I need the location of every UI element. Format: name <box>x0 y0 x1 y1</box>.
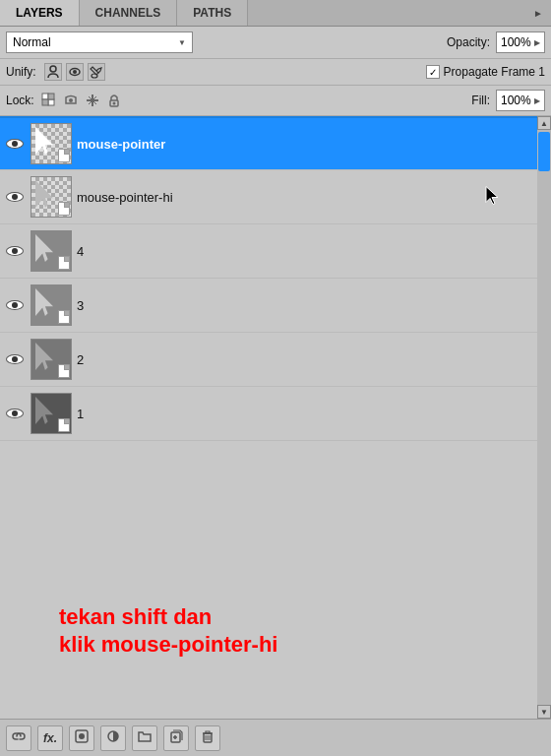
blend-mode-arrow: ▼ <box>178 38 186 47</box>
propagate-checkmark: ✓ <box>429 67 437 78</box>
layer-visibility-toggle[interactable] <box>4 186 26 208</box>
layer-name: mouse-pointer-hi <box>77 190 547 205</box>
page-link-icon <box>58 256 70 270</box>
layer-thumbnail <box>31 123 72 164</box>
add-mask-button[interactable] <box>69 725 94 751</box>
svg-rect-5 <box>48 99 54 105</box>
layer-item[interactable]: 3 <box>0 279 551 333</box>
tab-channels[interactable]: CHANNELS <box>80 0 178 26</box>
svg-rect-6 <box>42 99 48 105</box>
eye-icon <box>6 246 24 256</box>
panel-menu-arrow[interactable]: ► <box>525 0 551 26</box>
eye-icon <box>6 409 24 418</box>
layer-item[interactable]: mouse-pointer <box>0 116 551 170</box>
layer-name: 2 <box>77 352 547 367</box>
layer-visibility-toggle[interactable] <box>4 240 26 262</box>
thumbnail-preview <box>35 397 53 424</box>
unify-brush-icon[interactable] <box>88 63 105 81</box>
scroll-track: ▲ ▼ <box>537 116 551 719</box>
page-link-icon <box>58 202 70 216</box>
scroll-up-button[interactable]: ▲ <box>537 116 551 130</box>
fill-area: Fill: 100% ▶ <box>471 90 545 111</box>
fx-label: fx. <box>43 731 57 745</box>
fill-label: Fill: <box>471 94 490 107</box>
svg-point-2 <box>73 70 77 74</box>
cursor-indicator <box>484 185 502 210</box>
opacity-value: 100% <box>501 35 531 49</box>
instruction-line2: klik mouse-pointer-hi <box>59 631 277 660</box>
layer-name: 1 <box>77 407 547 421</box>
blend-mode-row: Normal ▼ Opacity: 100% ▶ <box>0 27 551 59</box>
propagate-label: Propagate Frame 1 <box>444 65 545 79</box>
page-link-icon <box>58 364 70 378</box>
thumbnail-preview <box>35 127 53 155</box>
fill-input[interactable]: 100% ▶ <box>496 90 545 111</box>
unify-row: Unify: ✓ Propagate Frame 1 <box>0 59 551 86</box>
scroll-down-button[interactable]: ▼ <box>537 705 551 719</box>
eye-icon <box>6 139 24 149</box>
layer-thumbnail <box>31 176 72 218</box>
lock-label: Lock: <box>6 94 34 107</box>
new-group-button[interactable] <box>132 725 157 751</box>
layer-visibility-toggle[interactable] <box>4 403 26 424</box>
scroll-thumb[interactable] <box>538 132 550 171</box>
svg-point-17 <box>79 733 85 739</box>
propagate-area: ✓ Propagate Frame 1 <box>426 65 545 79</box>
layers-list: mouse-pointer mouse-pointer-hi <box>0 116 551 719</box>
thumbnail-preview <box>35 180 53 208</box>
layer-item[interactable]: mouse-pointer-hi <box>0 170 551 224</box>
opacity-input[interactable]: 100% ▶ <box>496 32 545 53</box>
fill-arrow: ▶ <box>534 96 540 105</box>
page-link-icon <box>58 418 70 432</box>
lock-row: Lock: <box>0 86 551 116</box>
layer-thumbnail <box>31 284 72 326</box>
blend-mode-select[interactable]: Normal ▼ <box>6 32 193 53</box>
layer-thumbnail <box>31 393 72 434</box>
bottom-toolbar: fx. <box>0 719 551 756</box>
unify-person-icon[interactable] <box>44 63 62 81</box>
layer-item[interactable]: 1 <box>0 387 551 441</box>
eye-icon <box>6 354 24 364</box>
new-layer-button[interactable] <box>163 725 189 751</box>
adjustment-button[interactable] <box>100 725 126 751</box>
svg-rect-4 <box>42 94 48 99</box>
layer-visibility-toggle[interactable] <box>4 294 26 316</box>
layer-item[interactable]: 4 <box>0 224 551 279</box>
new-layer-icon <box>169 729 183 746</box>
eye-icon <box>6 192 24 202</box>
page-link-icon <box>58 310 70 324</box>
page-link-icon <box>58 149 70 162</box>
lock-image-icon[interactable] <box>62 92 80 109</box>
layer-item[interactable]: 2 <box>0 333 551 387</box>
svg-marker-15 <box>486 187 498 205</box>
lock-all-icon[interactable] <box>105 92 123 109</box>
layer-thumbnail <box>31 230 72 272</box>
unify-eye-icon[interactable] <box>66 63 84 81</box>
link-icon <box>12 729 26 746</box>
mask-icon <box>75 729 89 746</box>
trash-icon <box>201 729 214 746</box>
svg-point-8 <box>69 98 73 102</box>
unify-label: Unify: <box>6 65 36 79</box>
propagate-checkbox[interactable]: ✓ <box>426 65 440 79</box>
opacity-label: Opacity: <box>447 35 490 49</box>
eye-icon <box>6 300 24 310</box>
layer-visibility-toggle[interactable] <box>4 348 26 370</box>
folder-icon <box>138 729 152 746</box>
thumbnail-preview <box>35 343 53 370</box>
link-layers-button[interactable] <box>6 725 31 751</box>
layer-visibility-toggle[interactable] <box>4 133 26 155</box>
lock-position-icon[interactable] <box>84 92 101 109</box>
lock-transparency-icon[interactable] <box>40 92 58 109</box>
svg-point-14 <box>112 102 115 105</box>
svg-rect-7 <box>48 94 54 99</box>
adjustment-icon <box>106 729 120 746</box>
fx-button[interactable]: fx. <box>37 725 63 751</box>
tab-layers[interactable]: LAYERS <box>0 0 80 26</box>
opacity-arrow: ▶ <box>534 38 540 47</box>
layer-name: 3 <box>77 298 547 313</box>
tab-paths[interactable]: PATHS <box>177 0 248 26</box>
delete-layer-button[interactable] <box>195 725 220 751</box>
instruction-line1: tekan shift dan <box>59 603 277 632</box>
svg-point-0 <box>50 66 56 72</box>
